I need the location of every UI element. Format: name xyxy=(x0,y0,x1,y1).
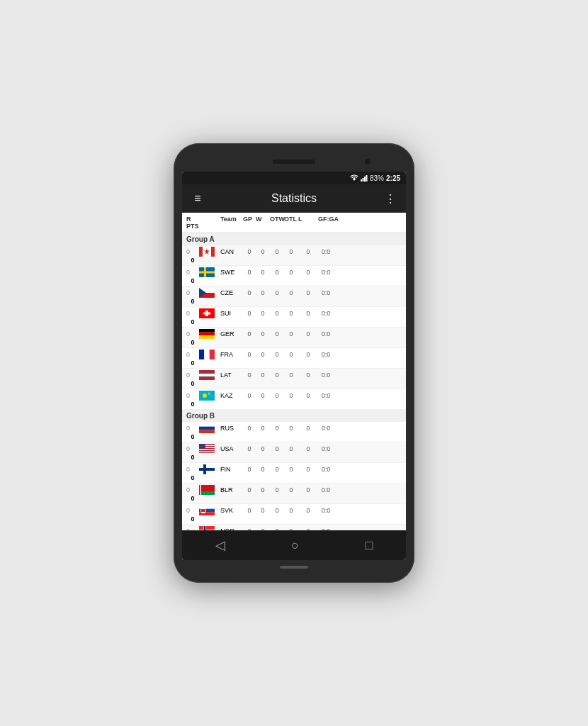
team-otl: 0 xyxy=(284,310,298,317)
flag-fin xyxy=(199,464,215,474)
team-gfga: 0:0 xyxy=(318,269,334,276)
team-l: 0 xyxy=(298,310,318,317)
team-otl: 0 xyxy=(284,445,298,452)
table-body: Group A0 CAN000000:000SWE000000:000CZE00… xyxy=(182,233,406,530)
table-header: R Team GP W OTW OTL L GF:GA PTS xyxy=(182,213,406,233)
col-w: W xyxy=(256,216,270,223)
team-gfga: 0:0 xyxy=(318,330,334,337)
svg-rect-10 xyxy=(204,267,206,277)
team-pts: 0 xyxy=(186,380,199,387)
team-otl: 0 xyxy=(284,248,298,255)
team-l: 0 xyxy=(298,351,318,358)
team-gp: 0 xyxy=(243,425,256,432)
col-l: L xyxy=(298,216,318,223)
team-gfga: 0:0 xyxy=(318,445,334,452)
team-otl: 0 xyxy=(284,392,298,399)
team-gp: 0 xyxy=(243,310,256,317)
team-gp: 0 xyxy=(243,486,256,493)
team-pts: 0 xyxy=(186,257,199,264)
team-code: BLR xyxy=(220,486,243,493)
team-otl: 0 xyxy=(284,425,298,432)
team-rank: 0 xyxy=(186,486,199,493)
svg-rect-16 xyxy=(203,313,210,315)
table-row[interactable]: 0FRA000000:00 xyxy=(182,348,406,369)
col-rank: R xyxy=(186,216,199,223)
svg-rect-44 xyxy=(199,506,215,509)
back-button[interactable]: ◁ xyxy=(201,532,239,559)
svg-rect-33 xyxy=(199,449,215,451)
table-row[interactable]: 0CZE000000:00 xyxy=(182,286,406,307)
team-otw: 0 xyxy=(270,351,284,358)
table-row[interactable]: 0NOR000000:00 xyxy=(182,525,406,530)
team-rank: 0 xyxy=(186,466,199,473)
team-pts: 0 xyxy=(186,318,199,325)
team-otw: 0 xyxy=(270,330,284,337)
svg-rect-4 xyxy=(366,175,367,182)
team-otw: 0 xyxy=(270,486,284,493)
team-w: 0 xyxy=(256,372,270,379)
svg-rect-39 xyxy=(203,464,206,474)
team-code: SUI xyxy=(220,310,243,317)
table-row[interactable]: 0RUS000000:00 xyxy=(182,422,406,442)
svg-rect-9 xyxy=(199,272,215,274)
table-row[interactable]: 0SVK000000:00 xyxy=(182,504,406,525)
team-w: 0 xyxy=(256,425,270,432)
svg-marker-0 xyxy=(353,177,356,181)
team-code: USA xyxy=(220,445,243,452)
home-button[interactable]: ○ xyxy=(277,532,313,559)
team-pts: 0 xyxy=(186,474,199,481)
recents-button[interactable]: □ xyxy=(351,532,387,559)
team-gp: 0 xyxy=(243,445,256,452)
team-pts: 0 xyxy=(186,298,199,305)
col-flag xyxy=(199,216,220,223)
team-code: RUS xyxy=(220,425,243,432)
menu-button[interactable]: ≡ xyxy=(189,192,206,205)
team-gp: 0 xyxy=(243,248,256,255)
more-options-button[interactable]: ⋮ xyxy=(382,192,399,206)
team-gfga: 0:0 xyxy=(318,289,334,296)
app-title: Statistics xyxy=(206,192,382,205)
group-header-0: Group A xyxy=(182,233,406,245)
table-row[interactable]: 0LAT000000:00 xyxy=(182,369,406,389)
table-row[interactable]: 0KAZ000000:00 xyxy=(182,389,406,410)
team-pts: 0 xyxy=(186,359,199,367)
team-gfga: 0:0 xyxy=(318,372,334,379)
flag-svk xyxy=(199,506,215,515)
table-row[interactable]: 0USA000000:00 xyxy=(182,442,406,463)
svg-rect-38 xyxy=(199,468,215,471)
phone-top-bar xyxy=(182,152,406,172)
group-header-1: Group B xyxy=(182,410,406,422)
team-gp: 0 xyxy=(243,351,256,358)
team-w: 0 xyxy=(256,445,270,452)
flag-fra xyxy=(199,350,215,359)
team-pts: 0 xyxy=(186,454,199,461)
flag-blr xyxy=(199,485,215,495)
flag-cze xyxy=(199,288,215,298)
svg-rect-35 xyxy=(199,453,215,454)
team-code: FIN xyxy=(220,466,243,473)
team-w: 0 xyxy=(256,269,270,276)
team-code: KAZ xyxy=(220,392,243,399)
team-rank: 0 xyxy=(186,351,199,358)
table-row[interactable]: 0FIN000000:00 xyxy=(182,463,406,484)
svg-rect-28 xyxy=(199,427,215,430)
table-row[interactable]: 0BLR000000:00 xyxy=(182,484,406,504)
svg-rect-27 xyxy=(199,423,215,427)
team-w: 0 xyxy=(256,486,270,493)
team-otl: 0 xyxy=(284,486,298,493)
app-bar: ≡ Statistics ⋮ xyxy=(182,184,406,213)
team-code: SWE xyxy=(220,269,243,276)
table-row[interactable]: 0SUI000000:00 xyxy=(182,307,406,328)
svg-rect-29 xyxy=(199,430,215,433)
team-l: 0 xyxy=(298,269,318,276)
team-code: FRA xyxy=(220,351,243,358)
svg-rect-20 xyxy=(199,350,204,359)
table-row[interactable]: 0 CAN000000:00 xyxy=(182,245,406,266)
team-pts: 0 xyxy=(186,339,199,346)
team-gp: 0 xyxy=(243,507,256,514)
table-row[interactable]: 0GER000000:00 xyxy=(182,328,406,348)
table-row[interactable]: 0SWE000000:00 xyxy=(182,266,406,286)
svg-rect-48 xyxy=(201,509,205,512)
team-w: 0 xyxy=(256,289,270,296)
col-gfga: GF:GA xyxy=(318,216,334,223)
